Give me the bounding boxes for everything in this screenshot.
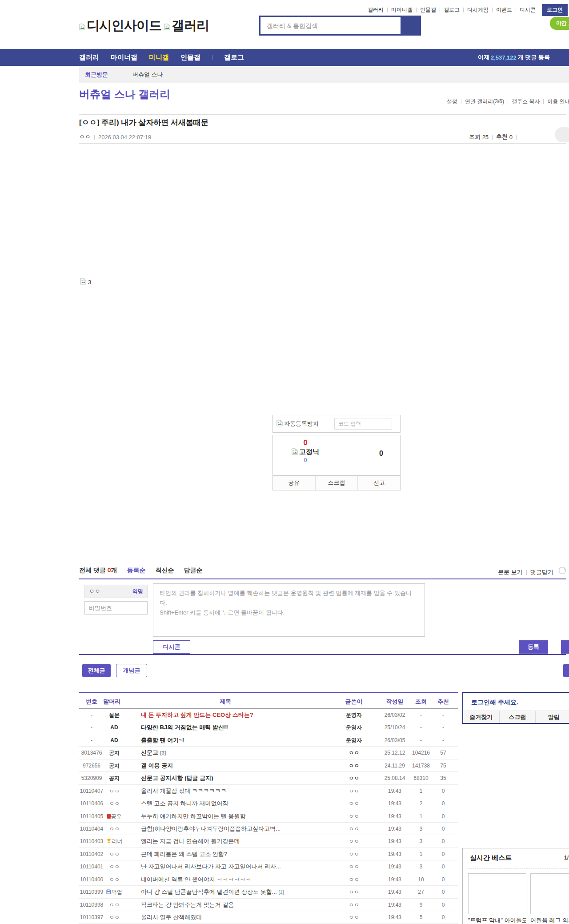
site-logo[interactable]: 디시인사이드 갤러리 [79, 17, 209, 35]
post-head: 러너 [100, 835, 129, 848]
post-author[interactable]: ㅇㅇ [337, 911, 371, 924]
post-title-link[interactable]: 다양한 BJ의 거침없는 매력 발산!! [141, 721, 332, 734]
nav-item-1[interactable]: 갤러리 [79, 53, 99, 62]
post-title-link[interactable]: 울리사 개꿀잠 잤대 ㅋㅋㅋㅋㅋㅋ [141, 785, 332, 797]
top-link-3[interactable]: 인물갤 [420, 7, 436, 13]
divider [543, 99, 544, 104]
post-author[interactable]: ㅇㅇ [337, 899, 371, 911]
comment-sort-1[interactable]: 등록순 [127, 566, 146, 574]
comment-bubble-icon[interactable] [555, 127, 569, 142]
post-title-link[interactable]: 신문고 공지사항 (답글 금지) [141, 772, 332, 784]
post-author[interactable]: ㅇㅇ [337, 747, 371, 759]
post-author[interactable]: 운영자 [337, 734, 371, 747]
post-head: ㅇㅇ [100, 899, 129, 911]
gallery-title[interactable]: 버츄얼 스나 갤러리 [79, 87, 170, 101]
gallery-link-1[interactable]: 설정 [447, 98, 457, 105]
top-link-4[interactable]: 갤로그 [444, 7, 460, 13]
post-title-link[interactable]: 난 자고일어나서 리사보다가 자고 자고일어나서 리사... [141, 860, 332, 873]
post-title-link[interactable]: 갤 이용 공지 [141, 759, 332, 772]
view-post-button[interactable]: 본문 보기 [498, 568, 523, 576]
nav-item-5[interactable]: 갤로그 [224, 53, 244, 62]
gallery-link-2[interactable]: 연관 갤러리(3/6) [465, 98, 504, 105]
post-action-1[interactable]: 공유 [273, 476, 315, 490]
downvote-count[interactable]: 0 [379, 450, 383, 458]
refresh-comments-icon[interactable] [558, 566, 566, 576]
post-meta: ㅇㅇ 2026.03.04 22:07:19 [79, 133, 151, 141]
post-title-link[interactable]: 아니 걍 스텔 단콘끝난직후에 텔견이면 상상도 못할...[1] [141, 886, 332, 898]
top-link-1[interactable]: 갤러리 [368, 7, 384, 13]
close-comments-button[interactable]: 댓글닫기 [530, 568, 553, 576]
post-author[interactable]: ㅇㅇ [337, 759, 371, 772]
best-caption[interactable]: 어린음 레그 의자 [530, 916, 569, 924]
post-title-link[interactable]: 울리사 열무 산책해줬대 [141, 911, 332, 924]
comment-password-field[interactable] [84, 601, 148, 615]
top-link-7[interactable]: 디시콘 [520, 7, 536, 13]
post-author[interactable]: ㅇㅇ [337, 848, 371, 860]
post-title-link[interactable]: 내 돈 투자하고 싶게 만드는 CEO상 스타는? [141, 709, 332, 721]
nav-item-2[interactable]: 마이너갤 [111, 53, 137, 62]
board-row: 8013476공지신문고[3]ㅇㅇ25.12.1210421657 [79, 747, 458, 759]
comment-textarea[interactable]: 타인의 권리를 침해하거나 명예를 훼손하는 댓글은 운영원칙 및 관련 법률에… [153, 583, 425, 637]
post-author[interactable]: ㅇㅇ [337, 797, 371, 810]
post-author[interactable]: ㅇㅇ [337, 810, 371, 823]
post-title-link[interactable]: 스텔 고소 공지 하니까 재미없어짐 [141, 797, 332, 810]
post-author[interactable]: ㅇㅇ [79, 133, 91, 141]
post-action-3[interactable]: 신고 [357, 476, 400, 490]
all-posts-button[interactable]: 전체글 [82, 664, 111, 677]
post-action-2[interactable]: 스크랩 [315, 476, 358, 490]
post-title-link[interactable]: 픽크타는 걍 안봐주는게 맞는거 같음 [141, 899, 332, 911]
login-button[interactable]: 로그인 [542, 4, 568, 16]
post-author[interactable]: ㅇㅇ [337, 772, 371, 784]
best-caption[interactable]: "트럼프 막내" 아이돌도 피 [468, 916, 526, 924]
dccon-button[interactable]: 디시콘 [153, 640, 190, 654]
realtime-best-pagination[interactable]: 1/ [564, 855, 569, 861]
login-box-button-3[interactable]: 알림 [535, 711, 569, 723]
best-posts-button[interactable]: 개념글 [116, 664, 147, 677]
post-title-link[interactable]: 출출할 땐 여기~! [141, 734, 332, 747]
comment-sort-3[interactable]: 답글순 [184, 566, 203, 574]
breadcrumb-recent-visit[interactable]: 최근방문 [85, 71, 108, 79]
nav-item-3[interactable]: 미니갤 [149, 53, 169, 62]
post-title-link[interactable]: 근데 패러블은 왜 스텔 고소 안함? [141, 848, 332, 860]
breadcrumb-current-gallery[interactable]: 버츄얼 스나 [132, 71, 163, 79]
post-author[interactable]: ㅇㅇ [337, 835, 371, 848]
top-link-5[interactable]: 디시게임 [467, 7, 489, 13]
post-author[interactable]: ㅇㅇ [337, 785, 371, 797]
post-action-buttons: 공유스크랩신고 [272, 476, 401, 490]
nav-item-4[interactable]: 인물갤 [180, 53, 200, 62]
top-link-6[interactable]: 이벤트 [496, 7, 512, 13]
captcha-input[interactable] [334, 418, 392, 430]
post-author[interactable]: ㅇㅇ [337, 886, 371, 898]
comment-name-field[interactable]: ㅇㅇ 익명 [84, 585, 148, 598]
best-thumbnail[interactable] [530, 873, 569, 914]
login-box-button-2[interactable]: 스크랩 [499, 711, 536, 723]
search-button[interactable] [401, 17, 420, 34]
comment-sort-2[interactable]: 최신순 [156, 566, 174, 574]
post-head: 공지 [100, 759, 129, 772]
post-author[interactable]: ㅇㅇ [337, 823, 371, 835]
upvote-area[interactable]: 0 고정닉 0 [281, 439, 330, 463]
post-title-link[interactable]: 신문고[3] [141, 747, 332, 759]
gallery-link-3[interactable]: 갤주소 복사 [512, 98, 540, 105]
top-link-2[interactable]: 마이너갤 [391, 7, 413, 13]
floppy-icon [106, 886, 111, 898]
post-author[interactable]: ㅇㅇ [337, 860, 371, 873]
post-title-link[interactable]: 누누히 얘기하지만 하꼬박이는 텔 응원함 [141, 810, 332, 823]
post-title-link[interactable]: 엘리는 지금 겁나 연습해야 될거같은데 [141, 835, 332, 848]
comment-submit-button-clipped[interactable]: 등록 [561, 640, 569, 654]
post-title-link[interactable]: 네이버에선 역류 안 했어야지 ㅋㅋㅋㅋㅋㅋ [141, 873, 332, 886]
write-post-button[interactable]: 글쓰기 [563, 664, 569, 677]
comment-submit-button[interactable]: 등록 [519, 640, 548, 654]
search-input[interactable] [260, 17, 401, 34]
post-author[interactable]: 운영자 [337, 721, 371, 734]
post-author[interactable]: 운영자 [337, 709, 371, 721]
post-author[interactable]: ㅇㅇ [337, 873, 371, 886]
login-box-button-1[interactable]: 즐겨찾기 [463, 711, 499, 723]
gallery-link-4[interactable]: 이용 안내 [547, 98, 569, 105]
post-title-link[interactable]: 급함)히나양이랑후야누나겨두랑이쯥쯥하고싶다고벽... [141, 823, 332, 835]
page: 갤러리마이너갤인물갤갤로그디시게임이벤트디시콘 로그인 야간 모드 디시인사이드… [0, 0, 569, 924]
captcha-image: 자동등록방지 [276, 420, 334, 428]
post-head: 백업 [100, 886, 129, 898]
night-mode-button[interactable]: 야간 모드 [550, 17, 569, 30]
best-thumbnail[interactable] [468, 873, 526, 914]
